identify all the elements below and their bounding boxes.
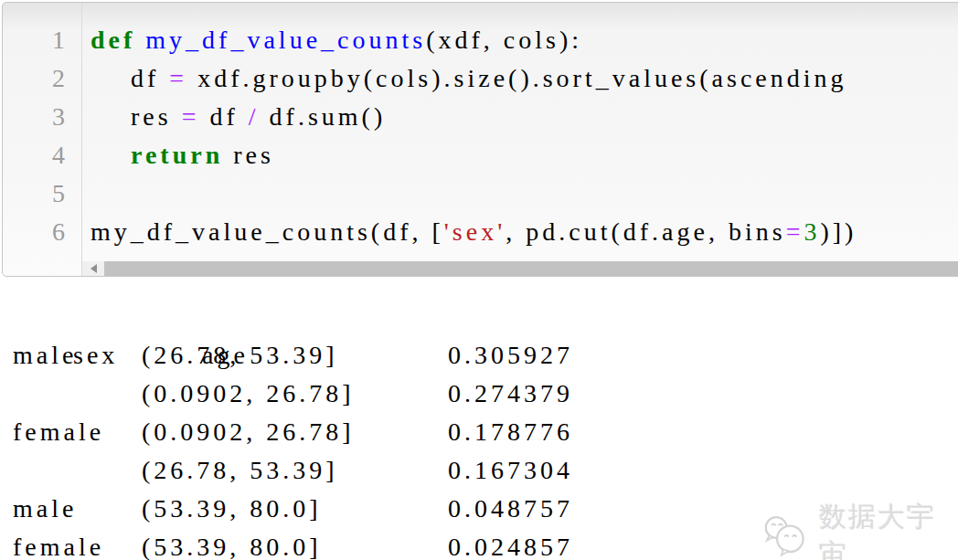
code-cell: 123456 def my_df_value_counts(xdf, cols)…	[2, 2, 958, 277]
output-cell: female	[13, 413, 142, 451]
output-cell: (26.78, 53.39]	[142, 336, 448, 375]
watermark: 数据大宇宙	[761, 499, 958, 560]
line-number: 6	[3, 213, 65, 251]
code-token: 'sex'	[444, 217, 506, 246]
output-cell: (53.39, 80.0]	[142, 528, 448, 560]
code-token	[90, 141, 131, 169]
output-row: female(0.0902, 26.78]0.178776	[13, 413, 573, 451]
code-line[interactable]: res = df / df.sum()	[90, 98, 958, 136]
output-row: (26.78, 53.39]0.167304	[13, 451, 573, 490]
output-cell: 0.178776	[448, 413, 573, 451]
line-number: 1	[3, 21, 65, 59]
code-line[interactable]: def my_df_value_counts(xdf, cols):	[90, 21, 958, 59]
output-cell: (0.0902, 26.78]	[142, 375, 448, 413]
output-header-row: sexage	[13, 298, 573, 336]
code-lines: def my_df_value_counts(xdf, cols): df = …	[82, 3, 958, 251]
output-cell: male	[13, 490, 142, 528]
output-cell: 0.024857	[448, 528, 573, 560]
output-rows: male(26.78, 53.39]0.305927(0.0902, 26.78…	[13, 336, 573, 560]
code-token: 3	[804, 217, 820, 246]
code-line[interactable]: df = xdf.groupby(cols).size().sort_value…	[90, 59, 958, 98]
line-number: 5	[3, 174, 65, 213]
code-editor[interactable]: def my_df_value_counts(xdf, cols): df = …	[82, 3, 958, 276]
code-token: my_df_value_counts(df, [	[90, 217, 444, 246]
output-cell: (26.78, 53.39]	[142, 451, 448, 490]
code-line[interactable]	[90, 174, 958, 213]
scrollbar-thumb[interactable]	[104, 261, 958, 276]
scroll-left-arrow-icon[interactable]	[82, 261, 104, 276]
wechat-chat-bubbles-icon	[761, 513, 812, 559]
code-line[interactable]: my_df_value_counts(df, ['sex', pd.cut(df…	[90, 213, 958, 251]
output-row: female(53.39, 80.0]0.024857	[13, 528, 573, 560]
code-token: , pd.cut(df.age, bins	[506, 217, 785, 246]
horizontal-scrollbar[interactable]	[82, 261, 958, 276]
output-row: male(53.39, 80.0]0.048757	[13, 490, 573, 528]
code-token: my_df_value_counts	[145, 26, 426, 54]
line-number: 4	[3, 136, 65, 174]
code-token: )])	[820, 217, 857, 246]
output-cell: 0.167304	[448, 451, 573, 490]
output-cell: male	[13, 336, 142, 375]
code-token: return	[131, 141, 223, 169]
output-cell: 0.305927	[448, 336, 573, 375]
code-token: df	[90, 64, 169, 92]
code-token: (xdf, cols):	[426, 26, 582, 54]
left-triangle-glyph	[90, 264, 97, 273]
code-token: res	[223, 141, 274, 169]
code-token: xdf.groupby(cols).size().sort_values(asc…	[187, 64, 846, 92]
code-token: def	[90, 26, 145, 54]
output-cell: (53.39, 80.0]	[142, 490, 448, 528]
watermark-text: 数据大宇宙	[819, 499, 958, 560]
line-number: 3	[3, 98, 65, 136]
code-token: =	[182, 102, 200, 131]
code-token: =	[786, 217, 804, 246]
output-cell: 0.048757	[448, 490, 573, 528]
output-row: male(26.78, 53.39]0.305927	[13, 336, 573, 375]
code-line[interactable]: return res	[90, 136, 958, 174]
code-token: res	[90, 102, 182, 131]
output-row: (0.0902, 26.78]0.274379	[13, 375, 573, 413]
output-cell: 0.274379	[448, 375, 573, 413]
code-token: df.sum()	[260, 102, 387, 131]
line-number: 2	[3, 59, 65, 98]
output-area: sexage male(26.78, 53.39]0.305927(0.0902…	[13, 298, 573, 560]
output-cell: female	[13, 528, 142, 560]
code-token: /	[249, 102, 260, 131]
line-number-gutter: 123456	[3, 3, 82, 276]
code-token: df	[199, 102, 248, 131]
code-token: =	[169, 64, 187, 92]
output-cell: (0.0902, 26.78]	[142, 413, 448, 451]
page: 123456 def my_df_value_counts(xdf, cols)…	[0, 0, 958, 560]
